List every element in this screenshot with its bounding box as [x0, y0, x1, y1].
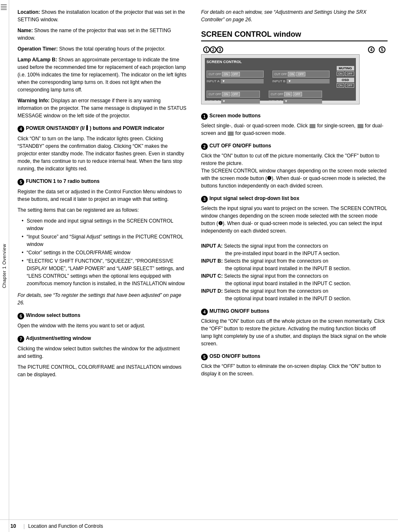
sc-input-a-select[interactable]: ▼ [221, 79, 264, 84]
sc-row-cutoff-d: CUT OFF ON OFF [269, 91, 322, 98]
sc-input-b-label: INPUT B [272, 79, 285, 83]
sc-off-btn-c[interactable]: OFF [231, 92, 240, 96]
sc-input-a-row: INPUT A ▼ [207, 79, 264, 84]
sc-muting-on[interactable]: ON [337, 71, 345, 76]
right-section-4-body: Clicking the “ON” button cuts off the wh… [201, 317, 388, 347]
sc-off-btn[interactable]: OFF [231, 72, 240, 76]
sc-input-c-select[interactable]: ▼ [221, 99, 260, 104]
sc-input-d-label: INPUT D [269, 99, 282, 103]
side-tab-line [1, 9, 7, 10]
section5-heading-text: FUNCTION 1 to 7 radio buttons [26, 178, 100, 184]
sc-on-btn-b[interactable]: ON [288, 72, 296, 76]
section7-body: Clicking the window select button switch… [18, 345, 186, 360]
circle-num-5: 5 [18, 179, 24, 185]
right-section-2-heading: 2 CUT OFF ON/OFF buttons [201, 143, 388, 150]
sc-row1: CUT OFF ON OFF [207, 71, 264, 78]
mode-sq-quad [228, 132, 234, 136]
term-input-c: INPUT C: [201, 273, 223, 279]
term-location: Location: [18, 9, 40, 15]
side-tab-line [1, 8, 7, 8]
bullet-item: Screen mode and input signal settings in… [22, 217, 186, 232]
sc-cutoff-label: CUT OFF [209, 73, 221, 76]
sc-on-btn-c[interactable]: ON [222, 92, 230, 96]
bullet-item: “Color” settings in the COLOR/FRAME wind… [22, 249, 186, 256]
term-input-a: INPUT A: [201, 243, 223, 249]
bullet-item: “ELECTRIC V SHIFT FUNCTION”, “SQUEEZE”, … [22, 257, 186, 287]
bullet-item: “Input Source” and “Signal Adjust” setti… [22, 233, 186, 248]
sc-left-group: CUT OFF ON OFF INPUT A ▼ [207, 71, 264, 84]
sc-on-btn[interactable]: ON [222, 72, 230, 76]
circle-num-r4: 4 [201, 309, 208, 315]
circle-num-r1: 1 [201, 113, 208, 120]
right-section-3-body: Selects the input signal you want to pro… [201, 205, 388, 302]
screen-control-diagram: 1 2 3 4 5 SCREEN CONTROL [201, 46, 388, 104]
term-input-a-cont: the pre-installed input board in the INP… [201, 250, 388, 257]
callout-3: 3 [217, 46, 223, 53]
sc-left-group-bottom: CUT OFF ON OFF INPUT C ▼ [207, 91, 260, 104]
circle-num-r5: 5 [201, 354, 208, 360]
sc-input-d-row: INPUT D ▼ [269, 99, 322, 104]
screen-control-title: SCREEN CONTROL window [201, 30, 388, 41]
right-section-4: 4 MUTING ON/OFF buttons Clicking the “ON… [201, 308, 388, 347]
section5-body: Register the data set or adjusted in the… [18, 188, 186, 203]
sc-on-btn-d[interactable]: ON [284, 92, 292, 96]
sc-cutoff-b-label: CUT OFF [275, 73, 287, 76]
side-tab: Chapter 1 Overview [0, 0, 9, 532]
section7-heading-text: Adjustment/setting window [26, 335, 91, 341]
sc-input-d-select[interactable]: ▼ [283, 99, 322, 104]
sc-right-group-a: CUT OFF ON OFF INPUT B ▼ [272, 71, 330, 84]
sc-input-a-label: INPUT A [207, 79, 219, 83]
section7-heading: 7 Adjustment/setting window [18, 335, 186, 342]
entry-operation-timer: Operation Timer: Shows the total operati… [18, 45, 186, 53]
callout-5: 5 [379, 46, 385, 53]
sc-muting-osd: MUTING ON OFF OSD ON OFF [337, 66, 355, 88]
callout-4: 4 [368, 46, 375, 53]
circle-num-r3: 3 [201, 196, 208, 203]
page-number: 10 [10, 523, 16, 529]
sc-cutoff-d-label: CUT OFF [271, 93, 283, 96]
term-input-d: INPUT D: [201, 288, 223, 294]
sc-muting-off[interactable]: OFF [345, 71, 354, 76]
def-name: Shows the name of the projector that was… [18, 28, 171, 41]
sc-cell-cutoff-a: CUT OFF ON OFF [207, 71, 264, 78]
entry-location: Location: Shows the installation locatio… [18, 8, 186, 23]
term-input-b-cont: the optional input board installed in th… [201, 265, 388, 272]
page-footer-text: Location and Function of Controls [28, 523, 103, 529]
section-r5-heading-text: OSD ON/OFF buttons [209, 353, 260, 359]
page-container: Chapter 1 Overview Location: Shows the i… [0, 0, 398, 532]
entry-lamp: Lamp A/Lamp B: Shows an approximate perc… [18, 56, 186, 94]
left-column: Location: Shows the installation locatio… [18, 8, 193, 524]
sc-input-b-select[interactable]: ▼ [287, 79, 329, 84]
mode-sq-dual [358, 124, 363, 128]
footer-divider: | [23, 523, 25, 529]
sc-osd-on[interactable]: ON [337, 83, 345, 88]
sc-off-btn-d[interactable]: OFF [293, 92, 302, 96]
term-operation-timer: Operation Timer: [18, 46, 58, 52]
page-footer: 10 | Location and Function of Controls [0, 519, 398, 532]
callout-row: 1 2 3 4 5 [201, 46, 388, 53]
section4-heading: 4 POWER ON/STANDBY (I/⏽) buttons and POW… [18, 125, 186, 132]
term-input-c-cont: the optional input board installed in th… [201, 280, 388, 287]
sc-muting-btns: ON OFF [337, 71, 355, 76]
callout-2: 2 [210, 46, 217, 53]
mode-sq-single [310, 124, 315, 128]
sc-off-btn-b[interactable]: OFF [296, 72, 305, 76]
side-tab-lines [1, 4, 7, 10]
section5-heading: 5 FUNCTION 1 to 7 radio buttons [18, 178, 186, 185]
section7-body2: The PICTURE CONTROL, COLOR/FRAME and INS… [18, 363, 186, 378]
side-tab-line [1, 6, 7, 7]
term-input-d-cont: the optional input board installed in th… [201, 295, 388, 302]
sc-row-cutoff-c: CUT OFF ON OFF [207, 91, 260, 98]
right-section-3: 3 Input signal select drop-down list box… [201, 195, 388, 302]
section6-heading: 6 Window select buttons [18, 312, 186, 319]
term-lamp: Lamp A/Lamp B: [18, 57, 57, 63]
sc-osd-off[interactable]: OFF [345, 83, 354, 88]
right-section-1-body: Select single-, dual- or quad-screen mod… [201, 122, 388, 137]
sc-cell-cutoff-c: CUT OFF ON OFF [207, 91, 260, 98]
term-input-b: INPUT B: [201, 258, 223, 264]
sc-row-cutoff-b: CUT OFF ON OFF [272, 71, 330, 78]
sc-row-bottom: CUT OFF ON OFF INPUT C ▼ [207, 91, 354, 104]
circle-num-7: 7 [18, 336, 24, 342]
section6-heading-text: Window select buttons [26, 312, 81, 318]
sc-right-group-bottom: CUT OFF ON OFF INPUT D ▼ [269, 91, 322, 104]
